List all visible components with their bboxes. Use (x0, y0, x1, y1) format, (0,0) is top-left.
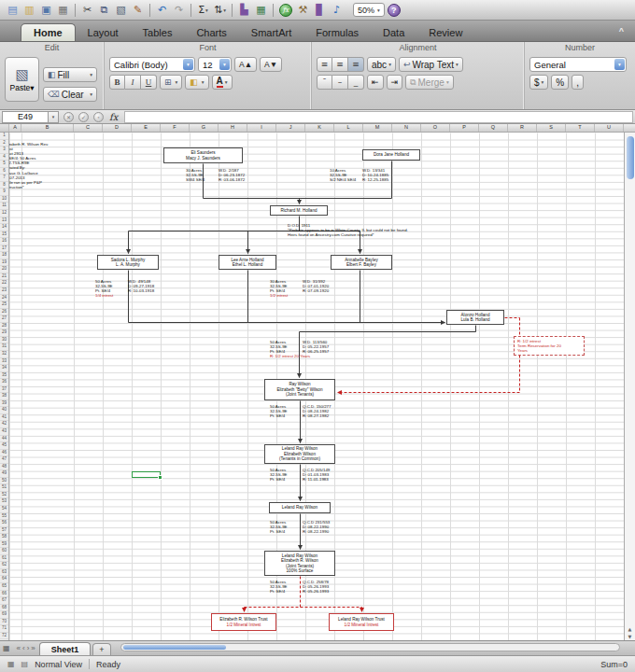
bold-button[interactable]: B (109, 75, 125, 90)
row-header-25[interactable]: 25 (0, 301, 8, 309)
print-icon[interactable]: ▦ (55, 2, 71, 19)
cut-icon[interactable]: ✂ (79, 2, 95, 19)
row-header-18[interactable]: 18 (0, 252, 8, 259)
autosum-icon[interactable]: Σ▾ (195, 2, 211, 19)
decrease-indent-button[interactable]: ⇤ (367, 75, 384, 90)
last-sheet-button[interactable]: » (31, 644, 35, 652)
sheet-tab-sheet1[interactable]: Sheet1 (39, 642, 92, 655)
prev-sheet-button[interactable]: ‹ (22, 644, 25, 652)
row-header-28[interactable]: 28 (0, 323, 8, 330)
fx-icon[interactable]: fx (109, 112, 118, 122)
row-header-22[interactable]: 22 (0, 280, 8, 287)
formula-input[interactable] (124, 111, 633, 123)
ribbon-tab-smartart[interactable]: SmartArt (239, 23, 303, 41)
cancel-icon[interactable]: ✕ (64, 112, 74, 122)
new-workbook-icon[interactable]: ▤ (5, 2, 21, 19)
col-header-C[interactable]: C (74, 124, 103, 132)
ribbon-tab-review[interactable]: Review (416, 23, 474, 41)
merge-button[interactable]: ⧉Merge▾ (405, 75, 454, 90)
row-header-23[interactable]: 23 (0, 287, 8, 295)
help-icon[interactable]: ? (388, 4, 401, 17)
col-header-J[interactable]: J (276, 124, 305, 132)
currency-format-button[interactable]: $▾ (529, 75, 548, 90)
col-header-F[interactable]: F (161, 124, 190, 132)
scroll-down-arrow[interactable]: ▼ (625, 633, 635, 640)
row-header-61[interactable]: 61 (0, 555, 8, 563)
align-center-button[interactable]: ≡ (332, 57, 348, 72)
row-header-46[interactable]: 46 (0, 450, 8, 457)
open-icon[interactable]: ▥ (21, 2, 37, 19)
row-header-36[interactable]: 36 (0, 379, 8, 386)
row-header-47[interactable]: 47 (0, 456, 8, 464)
row-header-49[interactable]: 49 (0, 470, 8, 478)
row-header-60[interactable]: 60 (0, 548, 8, 555)
increase-indent-button[interactable]: ⇥ (387, 75, 403, 90)
row-header-31[interactable]: 31 (0, 343, 8, 351)
col-header-T[interactable]: T (566, 124, 595, 132)
row-header-67[interactable]: 67 (0, 597, 8, 605)
col-header-N[interactable]: N (392, 124, 421, 132)
comma-format-button[interactable]: , (572, 75, 584, 90)
row-header-56[interactable]: 56 (0, 520, 8, 527)
charts-gallery-icon[interactable]: ▊ (312, 2, 328, 19)
row-header-62[interactable]: 62 (0, 562, 8, 569)
fill-button[interactable]: ◧Fill▾ (43, 67, 97, 82)
name-box-dropdown[interactable]: ▾ (49, 111, 59, 123)
format-painter-icon[interactable]: ✎ (130, 2, 146, 19)
col-header-H[interactable]: H (219, 124, 247, 132)
italic-button[interactable]: I (125, 75, 141, 90)
row-header-38[interactable]: 38 (0, 393, 8, 400)
row-header-14[interactable]: 14 (0, 224, 8, 231)
row-header-41[interactable]: 41 (0, 414, 8, 422)
grow-font-button[interactable]: A▲ (234, 57, 257, 72)
row-header-4[interactable]: 4 (0, 154, 8, 161)
align-right-button[interactable]: ≡ (348, 57, 364, 72)
col-header-Q[interactable]: Q (479, 124, 508, 132)
row-header-27[interactable]: 27 (0, 315, 8, 323)
row-header-35[interactable]: 35 (0, 372, 8, 380)
row-header-51[interactable]: 51 (0, 484, 8, 492)
col-header-G[interactable]: G (190, 124, 219, 132)
col-header-I[interactable]: I (247, 124, 276, 132)
row-header-52[interactable]: 52 (0, 492, 8, 499)
horizontal-scrollbar[interactable] (120, 643, 620, 651)
row-header-45[interactable]: 45 (0, 442, 8, 450)
font-color-button[interactable]: A▾ (212, 75, 233, 90)
number-format-select[interactable]: General▾ (529, 57, 627, 72)
align-left-button[interactable]: ≡ (317, 57, 332, 72)
col-header-A[interactable]: A (9, 124, 21, 132)
row-header-9[interactable]: 9 (0, 189, 8, 196)
row-header-42[interactable]: 42 (0, 421, 8, 428)
col-header-K[interactable]: K (305, 124, 334, 132)
copy-icon[interactable]: ⧉ (96, 2, 112, 19)
row-header-69[interactable]: 69 (0, 611, 8, 619)
row-header-29[interactable]: 29 (0, 329, 8, 337)
row-header-21[interactable]: 21 (0, 273, 8, 281)
ribbon-tab-formulas[interactable]: Formulas (303, 23, 371, 41)
ribbon-tab-data[interactable]: Data (371, 23, 416, 41)
toolbox-icon[interactable]: ⚒ (295, 2, 311, 19)
row-header-32[interactable]: 32 (0, 351, 8, 358)
row-header-68[interactable]: 68 (0, 605, 8, 612)
font-name-select[interactable]: Calibri (Body)▾ (109, 57, 195, 72)
row-header-57[interactable]: 57 (0, 527, 8, 535)
active-cell-selection[interactable] (132, 471, 161, 479)
ribbon-tab-tables[interactable]: Tables (131, 23, 185, 41)
row-header-63[interactable]: 63 (0, 569, 8, 577)
row-header-71[interactable]: 71 (0, 625, 8, 633)
row-header-72[interactable]: 72 (0, 633, 8, 640)
row-header-43[interactable]: 43 (0, 428, 8, 436)
row-header-17[interactable]: 17 (0, 245, 8, 253)
row-header-10[interactable]: 10 (0, 196, 8, 203)
col-header-E[interactable]: E (132, 124, 161, 132)
ribbon-tab-home[interactable]: Home (21, 23, 76, 41)
col-header-M[interactable]: M (363, 124, 392, 132)
undo-icon[interactable]: ↶ (154, 2, 170, 19)
collapse-ribbon-icon[interactable]: ^ (619, 26, 624, 35)
orientation-button[interactable]: abc▾ (367, 57, 396, 72)
normal-view-icon[interactable]: ▦ (7, 660, 15, 668)
sheet-list-icon[interactable]: ▦ (0, 644, 13, 652)
wrap-text-button[interactable]: ↩Wrap Text▾ (399, 57, 463, 72)
scroll-up-arrow[interactable]: ▲ (625, 625, 635, 633)
col-header-S[interactable]: S (537, 124, 566, 132)
